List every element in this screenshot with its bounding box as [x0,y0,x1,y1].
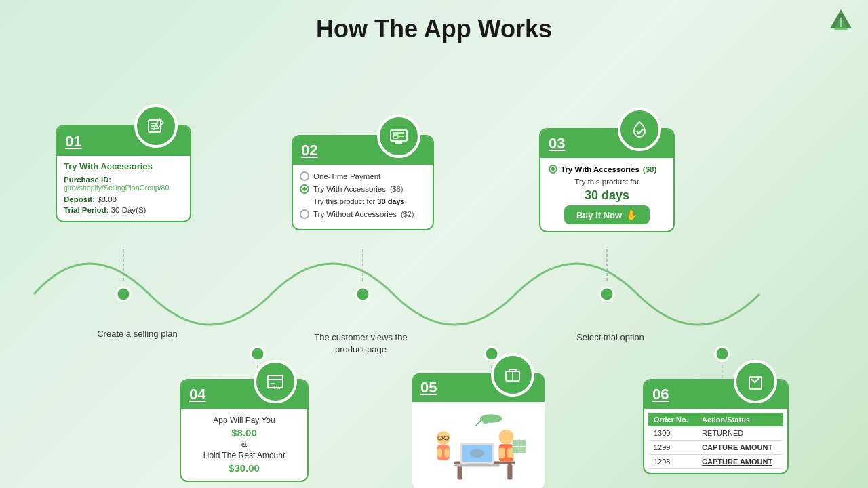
svg-rect-21 [393,135,398,138]
step1-icon [134,104,178,148]
hand-icon: ✋ [626,209,637,220]
svg-point-3 [117,287,130,301]
buy-btn-label: Buy It Now [576,210,622,220]
order-1300: 1300 [648,426,696,441]
flow-container: 01 Try With Accessories Purchase ID: gid… [0,98,868,488]
step3-radio [549,165,557,174]
step3-body: Try With Accessories ($8) Try this produ… [540,158,673,231]
radio-unselected-3 [300,209,309,219]
step3-option-price: ($8) [643,165,656,174]
pay-label: App Will Pay You [188,415,300,425]
svg-rect-2 [840,18,842,27]
step3-option-label: Try With Accessories [561,165,639,174]
svg-rect-33 [507,464,512,480]
page-title: How The App Works [0,0,868,50]
step6-body: Order No. Action/Status 1300 RETURNED 12… [644,409,787,473]
logo-icon [827,7,854,39]
svg-point-7 [600,287,614,301]
step1-purchase-id: Purchase ID: gid://shopify/SellingPlanGr… [64,176,183,192]
svg-point-4 [251,347,264,361]
capture-link-1[interactable]: CAPTURE AMOUNT [696,441,783,455]
svg-line-49 [475,420,481,426]
svg-point-54 [469,449,484,458]
caption-1: Create a selling plan [85,328,190,340]
step3-icon [618,108,661,151]
step1-trial: Trial Period: 30 Day(S) [64,206,183,214]
caption-3: Select trial option [556,331,665,344]
caption-2: The customer views the product page [307,331,415,356]
svg-text:TRIAL: TRIAL [267,385,281,390]
step-card-3: 03 Try With Accessories ($8) Try this pr… [539,128,675,232]
step2-body: One-Time Payment Try With Accessories ($… [293,165,433,229]
step2-try-text: Try this product for 30 days [313,197,426,205]
capture-link-2[interactable]: CAPTURE AMOUNT [696,455,783,469]
ampersand: & [188,439,300,449]
step6-icon [734,360,777,403]
step-card-1: 01 Try With Accessories Purchase ID: gid… [56,125,191,222]
step2-icon [377,115,420,158]
option1-label: One-Time Payment [313,172,380,180]
hold-amount: $30.00 [188,462,300,474]
svg-rect-50 [483,420,488,423]
step4-icon: TRIAL [254,360,297,403]
option2-price: ($8) [390,185,403,193]
step5-icon [491,353,534,396]
svg-point-6 [485,347,498,361]
step4-body: App Will Pay You $8.00 & Hold The Rest A… [181,409,307,481]
step3-desc: Try this product for [549,178,665,186]
table-row: 1299 CAPTURE AMOUNT [648,441,783,455]
svg-rect-47 [444,449,449,458]
order-1298: 1298 [648,455,696,469]
order-1299: 1299 [648,441,696,455]
col-action: Action/Status [696,413,783,426]
step5-illustration [412,402,545,488]
step3-option: Try With Accessories ($8) [549,165,665,174]
step-card-6: 06 Order No. Action/Status 1300 RETURNED [643,379,789,474]
hold-label: Hold The Rest Amount [188,451,300,460]
table-row: 1298 CAPTURE AMOUNT [648,455,783,469]
col-order-no: Order No. [648,413,696,426]
step-card-2: 02 One-Time Payment Try With Accessories… [292,135,434,230]
svg-rect-55 [749,377,762,389]
svg-rect-46 [437,449,441,458]
step-card-5: 05 [412,373,545,488]
option2-label: Try With Accessories [313,185,386,193]
option3-price: ($2) [401,210,414,218]
step2-option-2[interactable]: Try With Accessories ($8) [300,184,426,194]
radio-unselected-1 [300,171,309,181]
step2-option-3[interactable]: Try Without Accessories ($2) [300,209,426,219]
step2-option-1[interactable]: One-Time Payment [300,171,426,181]
table-row: 1300 RETURNED [648,426,783,441]
status-returned: RETURNED [696,426,783,441]
svg-rect-39 [498,448,505,458]
svg-point-5 [356,287,370,301]
svg-point-37 [498,430,513,445]
order-table: Order No. Action/Status 1300 RETURNED 12… [648,413,783,469]
step5-header: 05 [412,373,545,402]
step3-days: 30 days [549,188,665,203]
svg-point-8 [715,347,729,361]
svg-rect-36 [454,464,500,467]
step-card-4: TRIAL 04 App Will Pay You $8.00 & Hold T… [180,379,309,482]
step1-deposit: Deposit: $8.00 [64,195,183,203]
pay-amount: $8.00 [188,427,300,439]
radio-selected-2 [300,184,309,194]
buy-now-button[interactable]: Buy It Now ✋ [564,205,650,224]
option3-label: Try Without Accessories [313,210,397,218]
step1-title: Try With Accessories [64,161,183,171]
step1-body: Try With Accessories Purchase ID: gid://… [57,156,190,221]
